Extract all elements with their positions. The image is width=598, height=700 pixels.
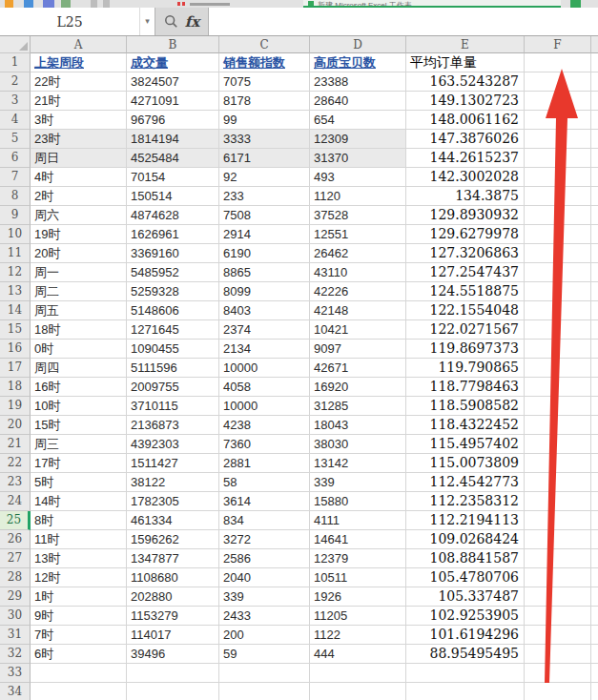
cell[interactable]: 高质宝贝数 <box>310 53 406 72</box>
cell[interactable]: 150514 <box>127 187 219 206</box>
cell[interactable]: 22时 <box>31 72 127 92</box>
cell[interactable]: 周五 <box>31 301 127 320</box>
cell[interactable]: 101.6194296 <box>406 626 525 645</box>
cell[interactable] <box>591 340 598 359</box>
cell[interactable] <box>525 473 591 492</box>
cell[interactable]: 142.3002028 <box>406 168 525 187</box>
cell[interactable] <box>591 607 598 626</box>
cell[interactable] <box>406 683 525 700</box>
toolbar-icon[interactable] <box>103 0 110 8</box>
cell[interactable] <box>525 683 591 700</box>
cell[interactable]: 202880 <box>127 587 219 607</box>
row-header-15[interactable]: 15 <box>0 320 31 340</box>
row-header-10[interactable]: 10 <box>0 225 31 244</box>
cell[interactable]: 9097 <box>310 340 406 359</box>
cell[interactable]: 3614 <box>219 492 310 511</box>
cell[interactable] <box>525 168 591 187</box>
cell[interactable]: 127.2547437 <box>406 263 525 282</box>
column-header-D[interactable]: D <box>310 36 406 53</box>
column-header-F[interactable]: F <box>525 36 591 53</box>
cell[interactable]: 233 <box>219 187 310 206</box>
insert-function-fx-icon[interactable]: fx <box>185 13 199 31</box>
cell[interactable] <box>591 587 598 607</box>
cell[interactable]: 147.3876026 <box>406 130 525 149</box>
cell[interactable] <box>591 549 598 568</box>
cell[interactable] <box>525 645 591 664</box>
cell[interactable] <box>406 664 525 683</box>
active-document-tab[interactable]: 新建 Microsoft Excel 工作表 <box>303 0 561 8</box>
cell[interactable] <box>525 282 591 301</box>
cell[interactable]: 周日 <box>31 149 127 168</box>
inactive-doc-tab-icon[interactable] <box>182 2 185 6</box>
cell[interactable]: 444 <box>310 645 406 664</box>
cell[interactable] <box>525 92 591 111</box>
cell[interactable]: 1120 <box>310 187 406 206</box>
cell[interactable]: 1122 <box>310 626 406 645</box>
row-header-23[interactable]: 23 <box>0 473 31 492</box>
cell[interactable] <box>591 416 598 435</box>
cell[interactable] <box>310 683 406 700</box>
cell[interactable] <box>591 492 598 511</box>
row-header-18[interactable]: 18 <box>0 378 31 397</box>
cell[interactable]: 4392303 <box>127 435 219 454</box>
cell[interactable]: 2134 <box>219 340 310 359</box>
cell[interactable]: 200 <box>219 626 310 645</box>
cell[interactable]: 成交量 <box>127 53 219 72</box>
cell[interactable]: 2374 <box>219 320 310 340</box>
row-header-13[interactable]: 13 <box>0 282 31 301</box>
inactive-doc-tab-icon[interactable] <box>177 2 180 6</box>
row-header-9[interactable]: 9 <box>0 206 31 225</box>
cell[interactable]: 38122 <box>127 473 219 492</box>
cell[interactable] <box>591 225 598 244</box>
cell[interactable]: 31285 <box>310 397 406 416</box>
cell[interactable]: 834 <box>219 511 310 530</box>
column-header-B[interactable]: B <box>127 36 219 53</box>
cell[interactable]: 6171 <box>219 149 310 168</box>
cell[interactable]: 周一 <box>31 263 127 282</box>
cell[interactable]: 3710115 <box>127 397 219 416</box>
cell[interactable]: 5时 <box>31 473 127 492</box>
cell[interactable]: 10000 <box>219 397 310 416</box>
cell[interactable]: 18043 <box>310 416 406 435</box>
cell[interactable]: 59 <box>219 645 310 664</box>
cell[interactable]: 148.0061162 <box>406 111 525 130</box>
cell[interactable]: 114017 <box>127 626 219 645</box>
cell[interactable]: 12309 <box>310 130 406 149</box>
cell[interactable]: 18时 <box>31 320 127 340</box>
cell[interactable] <box>525 225 591 244</box>
cell[interactable] <box>525 111 591 130</box>
cell[interactable] <box>525 607 591 626</box>
cell[interactable] <box>591 511 598 530</box>
cell[interactable]: 58 <box>219 473 310 492</box>
chevron-down-icon[interactable]: ▾ <box>139 8 155 35</box>
cell[interactable] <box>525 301 591 320</box>
cell[interactable]: 122.1554048 <box>406 301 525 320</box>
row-header-30[interactable]: 30 <box>0 607 31 626</box>
column-header-E[interactable]: E <box>406 36 525 53</box>
cell[interactable]: 1090455 <box>127 340 219 359</box>
cell[interactable]: 31370 <box>310 149 406 168</box>
cell[interactable]: 0时 <box>31 340 127 359</box>
formula-input[interactable] <box>208 8 598 35</box>
inactive-doc-tab-title[interactable] <box>190 3 230 6</box>
cell[interactable]: 96796 <box>127 111 219 130</box>
cell[interactable]: 112.4542773 <box>406 473 525 492</box>
cell[interactable]: 12551 <box>310 225 406 244</box>
row-header-20[interactable]: 20 <box>0 416 31 435</box>
cell[interactable]: 1626961 <box>127 225 219 244</box>
cell[interactable]: 39496 <box>127 645 219 664</box>
cell[interactable] <box>525 359 591 378</box>
cell[interactable]: 3369160 <box>127 244 219 263</box>
cell[interactable] <box>525 263 591 282</box>
cell[interactable]: 163.5243287 <box>406 72 525 92</box>
cell[interactable]: 119.8697373 <box>406 340 525 359</box>
cell[interactable] <box>525 664 591 683</box>
cell[interactable]: 1108680 <box>127 568 219 587</box>
row-header-14[interactable]: 14 <box>0 301 31 320</box>
cell[interactable]: 7508 <box>219 206 310 225</box>
cell[interactable]: 4时 <box>31 168 127 187</box>
cell[interactable]: 112.2358312 <box>406 492 525 511</box>
row-header-17[interactable]: 17 <box>0 359 31 378</box>
cell[interactable]: 3272 <box>219 530 310 549</box>
cell[interactable]: 99 <box>219 111 310 130</box>
